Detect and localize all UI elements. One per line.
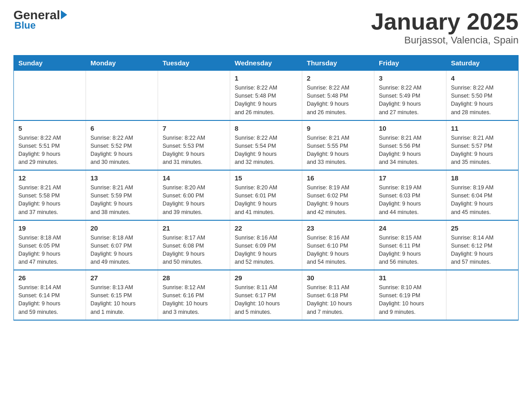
- day-cell-15: 15Sunrise: 8:20 AM Sunset: 6:01 PM Dayli…: [230, 170, 302, 220]
- day-number-18: 18: [451, 174, 514, 182]
- day-info-26: Sunrise: 8:14 AM Sunset: 6:14 PM Dayligh…: [18, 283, 81, 316]
- calendar-body: 1Sunrise: 8:22 AM Sunset: 5:48 PM Daylig…: [14, 71, 519, 320]
- day-number-29: 29: [235, 274, 297, 282]
- day-info-28: Sunrise: 8:12 AM Sunset: 6:16 PM Dayligh…: [163, 283, 225, 316]
- day-number-16: 16: [307, 174, 369, 182]
- day-number-30: 30: [307, 274, 369, 282]
- day-info-5: Sunrise: 8:22 AM Sunset: 5:51 PM Dayligh…: [18, 134, 81, 167]
- header-row: SundayMondayTuesdayWednesdayThursdayFrid…: [14, 56, 519, 71]
- day-number-25: 25: [451, 224, 514, 232]
- day-cell-11: 11Sunrise: 8:21 AM Sunset: 5:57 PM Dayli…: [446, 120, 519, 171]
- day-info-25: Sunrise: 8:14 AM Sunset: 6:12 PM Dayligh…: [451, 234, 514, 266]
- day-number-22: 22: [235, 224, 297, 232]
- day-info-11: Sunrise: 8:21 AM Sunset: 5:57 PM Dayligh…: [451, 134, 514, 167]
- empty-cell: [158, 71, 230, 120]
- day-info-3: Sunrise: 8:22 AM Sunset: 5:49 PM Dayligh…: [379, 84, 442, 116]
- header-cell-wednesday: Wednesday: [230, 56, 302, 71]
- day-cell-29: 29Sunrise: 8:11 AM Sunset: 6:17 PM Dayli…: [230, 270, 302, 320]
- day-info-30: Sunrise: 8:11 AM Sunset: 6:18 PM Dayligh…: [307, 283, 369, 316]
- day-number-27: 27: [90, 274, 153, 282]
- calendar-header: SundayMondayTuesdayWednesdayThursdayFrid…: [14, 56, 519, 71]
- day-cell-8: 8Sunrise: 8:22 AM Sunset: 5:54 PM Daylig…: [230, 120, 302, 171]
- day-cell-16: 16Sunrise: 8:19 AM Sunset: 6:02 PM Dayli…: [302, 170, 374, 220]
- week-row-3: 12Sunrise: 8:21 AM Sunset: 5:58 PM Dayli…: [14, 170, 519, 220]
- day-cell-26: 26Sunrise: 8:14 AM Sunset: 6:14 PM Dayli…: [14, 270, 86, 320]
- day-info-4: Sunrise: 8:22 AM Sunset: 5:50 PM Dayligh…: [451, 84, 514, 116]
- day-number-15: 15: [235, 174, 297, 182]
- day-number-5: 5: [18, 124, 81, 132]
- day-cell-30: 30Sunrise: 8:11 AM Sunset: 6:18 PM Dayli…: [302, 270, 374, 320]
- day-number-7: 7: [163, 124, 225, 132]
- day-number-26: 26: [18, 274, 81, 282]
- day-cell-10: 10Sunrise: 8:21 AM Sunset: 5:56 PM Dayli…: [374, 120, 446, 171]
- day-info-1: Sunrise: 8:22 AM Sunset: 5:48 PM Dayligh…: [235, 84, 297, 116]
- day-info-20: Sunrise: 8:18 AM Sunset: 6:07 PM Dayligh…: [90, 234, 153, 266]
- day-cell-12: 12Sunrise: 8:21 AM Sunset: 5:58 PM Dayli…: [14, 170, 86, 220]
- day-cell-6: 6Sunrise: 8:22 AM Sunset: 5:52 PM Daylig…: [86, 120, 158, 171]
- day-number-1: 1: [235, 74, 297, 82]
- day-number-21: 21: [163, 224, 225, 232]
- day-cell-31: 31Sunrise: 8:10 AM Sunset: 6:19 PM Dayli…: [374, 270, 446, 320]
- week-row-4: 19Sunrise: 8:18 AM Sunset: 6:05 PM Dayli…: [14, 220, 519, 270]
- empty-cell: [446, 270, 519, 320]
- day-info-16: Sunrise: 8:19 AM Sunset: 6:02 PM Dayligh…: [307, 184, 369, 216]
- day-number-24: 24: [379, 224, 442, 232]
- day-info-24: Sunrise: 8:15 AM Sunset: 6:11 PM Dayligh…: [379, 234, 442, 266]
- day-number-17: 17: [379, 174, 442, 182]
- day-cell-9: 9Sunrise: 8:21 AM Sunset: 5:55 PM Daylig…: [302, 120, 374, 171]
- day-number-19: 19: [18, 224, 81, 232]
- page-header: General Blue January 2025 Burjassot, Val…: [13, 9, 519, 46]
- day-number-3: 3: [379, 74, 442, 82]
- day-number-6: 6: [90, 124, 153, 132]
- calendar-table: SundayMondayTuesdayWednesdayThursdayFrid…: [13, 55, 519, 321]
- day-cell-27: 27Sunrise: 8:13 AM Sunset: 6:15 PM Dayli…: [86, 270, 158, 320]
- day-info-14: Sunrise: 8:20 AM Sunset: 6:00 PM Dayligh…: [163, 184, 225, 216]
- header-cell-sunday: Sunday: [14, 56, 86, 71]
- day-number-28: 28: [163, 274, 225, 282]
- day-cell-28: 28Sunrise: 8:12 AM Sunset: 6:16 PM Dayli…: [158, 270, 230, 320]
- day-cell-17: 17Sunrise: 8:19 AM Sunset: 6:03 PM Dayli…: [374, 170, 446, 220]
- day-number-13: 13: [90, 174, 153, 182]
- day-cell-19: 19Sunrise: 8:18 AM Sunset: 6:05 PM Dayli…: [14, 220, 86, 270]
- day-cell-25: 25Sunrise: 8:14 AM Sunset: 6:12 PM Dayli…: [446, 220, 519, 270]
- logo: General Blue: [13, 9, 67, 31]
- day-cell-20: 20Sunrise: 8:18 AM Sunset: 6:07 PM Dayli…: [86, 220, 158, 270]
- day-number-14: 14: [163, 174, 225, 182]
- day-cell-2: 2Sunrise: 8:22 AM Sunset: 5:48 PM Daylig…: [302, 71, 374, 120]
- day-cell-3: 3Sunrise: 8:22 AM Sunset: 5:49 PM Daylig…: [374, 71, 446, 120]
- day-cell-4: 4Sunrise: 8:22 AM Sunset: 5:50 PM Daylig…: [446, 71, 519, 120]
- day-cell-7: 7Sunrise: 8:22 AM Sunset: 5:53 PM Daylig…: [158, 120, 230, 171]
- calendar-subtitle: Burjassot, Valencia, Spain: [371, 34, 519, 46]
- empty-cell: [86, 71, 158, 120]
- day-info-31: Sunrise: 8:10 AM Sunset: 6:19 PM Dayligh…: [379, 283, 442, 316]
- empty-cell: [14, 71, 86, 120]
- day-number-4: 4: [451, 74, 514, 82]
- day-number-12: 12: [18, 174, 81, 182]
- day-cell-23: 23Sunrise: 8:16 AM Sunset: 6:10 PM Dayli…: [302, 220, 374, 270]
- day-info-12: Sunrise: 8:21 AM Sunset: 5:58 PM Dayligh…: [18, 184, 81, 216]
- day-info-2: Sunrise: 8:22 AM Sunset: 5:48 PM Dayligh…: [307, 84, 369, 116]
- day-number-11: 11: [451, 124, 514, 132]
- day-info-6: Sunrise: 8:22 AM Sunset: 5:52 PM Dayligh…: [90, 134, 153, 167]
- day-info-27: Sunrise: 8:13 AM Sunset: 6:15 PM Dayligh…: [90, 283, 153, 316]
- day-cell-5: 5Sunrise: 8:22 AM Sunset: 5:51 PM Daylig…: [14, 120, 86, 171]
- day-cell-13: 13Sunrise: 8:21 AM Sunset: 5:59 PM Dayli…: [86, 170, 158, 220]
- day-info-13: Sunrise: 8:21 AM Sunset: 5:59 PM Dayligh…: [90, 184, 153, 216]
- day-number-31: 31: [379, 274, 442, 282]
- day-info-9: Sunrise: 8:21 AM Sunset: 5:55 PM Dayligh…: [307, 134, 369, 167]
- day-info-18: Sunrise: 8:19 AM Sunset: 6:04 PM Dayligh…: [451, 184, 514, 216]
- logo-arrow-icon: [61, 10, 67, 19]
- day-cell-18: 18Sunrise: 8:19 AM Sunset: 6:04 PM Dayli…: [446, 170, 519, 220]
- day-info-17: Sunrise: 8:19 AM Sunset: 6:03 PM Dayligh…: [379, 184, 442, 216]
- day-info-7: Sunrise: 8:22 AM Sunset: 5:53 PM Dayligh…: [163, 134, 225, 167]
- calendar-title: January 2025: [371, 9, 519, 34]
- day-number-23: 23: [307, 224, 369, 232]
- header-cell-thursday: Thursday: [302, 56, 374, 71]
- day-info-22: Sunrise: 8:16 AM Sunset: 6:09 PM Dayligh…: [235, 234, 297, 266]
- day-cell-1: 1Sunrise: 8:22 AM Sunset: 5:48 PM Daylig…: [230, 71, 302, 120]
- week-row-5: 26Sunrise: 8:14 AM Sunset: 6:14 PM Dayli…: [14, 270, 519, 320]
- day-info-19: Sunrise: 8:18 AM Sunset: 6:05 PM Dayligh…: [18, 234, 81, 266]
- logo-blue-text: Blue: [13, 20, 67, 31]
- week-row-1: 1Sunrise: 8:22 AM Sunset: 5:48 PM Daylig…: [14, 71, 519, 120]
- day-info-21: Sunrise: 8:17 AM Sunset: 6:08 PM Dayligh…: [163, 234, 225, 266]
